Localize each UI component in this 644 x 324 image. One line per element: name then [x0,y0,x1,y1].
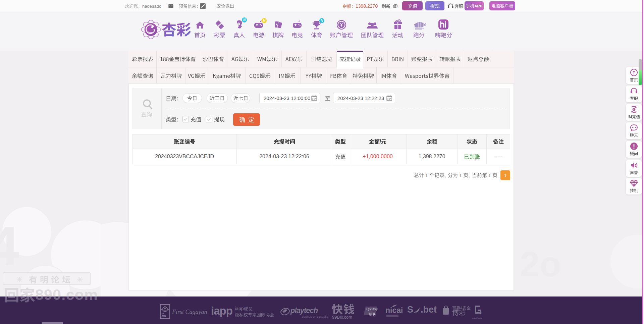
svg-text:C: C [633,108,635,111]
svg-text:UpinPay: UpinPay [366,308,378,311]
